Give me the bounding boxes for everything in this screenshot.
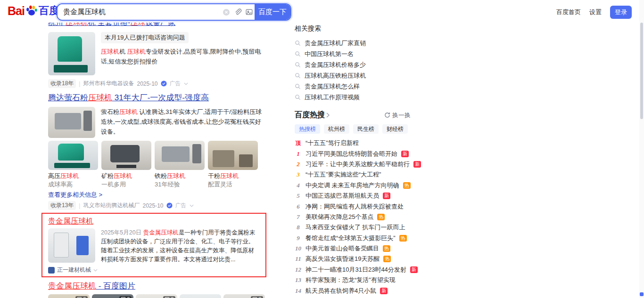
clear-icon[interactable]	[221, 7, 232, 18]
ad-callout: 本月19人已拨打电话咨询问题	[101, 32, 189, 43]
related-search-title: 相关搜索	[295, 24, 417, 33]
related-search-item[interactable]: 压球机工作原理视频	[295, 92, 417, 103]
login-button[interactable]: 登录	[610, 6, 632, 19]
hot-item-title: 科学家预测：恐龙“复活”有望实现	[305, 276, 396, 284]
hot-search-tabs: 热搜榜 杭州榜 民生榜 财经榜	[295, 124, 417, 134]
thumbnail-image[interactable]	[48, 141, 98, 170]
refresh-control[interactable]: 换一换	[384, 111, 411, 120]
hot-item[interactable]: 11 高反失温女孩昏迷19天苏醒 热	[295, 254, 417, 264]
hot-item[interactable]: 5 中国正选拔巴基斯坦航天员 新	[295, 191, 417, 201]
hot-item[interactable]: 9 餐馆走红成“全球第五大摄影巨头” 热	[295, 233, 417, 243]
thumbnail-label: 干粉压球机	[208, 172, 258, 180]
result-image[interactable]: 3	[136, 294, 177, 298]
hot-item[interactable]: 4 中央定调 未来五年房地产方向明确 热	[295, 180, 417, 191]
thumbnail-caption: 一机多用	[101, 181, 151, 188]
ad-result-image[interactable]	[48, 32, 95, 75]
result-title-highlight[interactable]: 贵金属压球机	[48, 217, 93, 226]
thumbnail-label: 铁粉压球机	[155, 172, 205, 180]
result-title-images[interactable]: 贵金属压球机 - 百度图片	[48, 281, 135, 291]
header: Bai 百度	[0, 0, 644, 23]
result-image[interactable]: 3	[48, 294, 90, 298]
search-button[interactable]: 百度一下	[255, 3, 290, 21]
hot-rank: 2	[295, 161, 302, 168]
hot-rank: 10	[295, 245, 302, 252]
top-nav: 百度首页 设置 登录	[556, 6, 632, 19]
thumbnail-image[interactable]	[101, 141, 151, 170]
thumbnail-item[interactable]: 铁粉压球机 31年经验	[155, 141, 205, 188]
thumbnail-item[interactable]: 矿粉压球机 一机多用	[101, 141, 151, 188]
related-search-item[interactable]: 中国压球机第一名	[295, 48, 417, 59]
hot-item-title: 餐馆走红成“全球第五大摄影巨头”	[305, 234, 396, 242]
tab-livelihood-list[interactable]: 民生榜	[353, 124, 379, 134]
hot-item[interactable]: 2 习近平：让中美关系这艘大船平稳前行 新	[295, 159, 417, 169]
related-search-text: 贵金属压球机厂家直销	[305, 39, 366, 48]
hot-item[interactable]: 8 马来西亚女保镖火了 扒车门一跃而上	[295, 222, 417, 233]
related-search-text: 中国压球机第一名	[305, 50, 354, 58]
hot-item[interactable]: 7 美联储再次降息25个基点 热	[295, 212, 417, 222]
scrollbar-thumb[interactable]	[640, 23, 643, 119]
hot-item[interactable]: 12 神二十一瞄准10月31日23时44分发射 新	[295, 265, 417, 275]
hot-rank: 9	[295, 234, 302, 242]
caret-down-icon[interactable]	[190, 204, 194, 207]
refresh-icon	[384, 112, 390, 118]
result-image[interactable]: 3	[223, 294, 265, 298]
result-image[interactable]	[180, 294, 221, 298]
baidu-logo[interactable]: Bai 百度	[8, 4, 59, 18]
caret-down-icon[interactable]	[93, 269, 98, 272]
hot-item[interactable]: 14 航天员将在轨饲养4只小鼠 新	[295, 285, 417, 296]
hot-item[interactable]: 13 科学家预测：恐龙“复活”有望实现	[295, 275, 417, 285]
search-icon	[295, 72, 301, 79]
tengda-result-image[interactable]	[48, 107, 95, 138]
search-input[interactable]	[58, 4, 221, 20]
hot-search-title[interactable]: 百度热搜	[295, 110, 325, 120]
ad-meta-row: 收录18年 | 郑州市科华电器设备 2025-10 广告	[48, 79, 265, 88]
nav-home-link[interactable]: 百度首页	[556, 8, 581, 16]
hot-badge: 热	[399, 235, 407, 242]
hot-rank: 3	[295, 171, 302, 178]
hot-item[interactable]: 3 “十五五”要实施这些“大工程”	[295, 169, 417, 180]
hot-item[interactable]: 1 习近平同美国总统特朗普会晤开始 新	[295, 148, 417, 159]
thumbnail-image[interactable]	[208, 141, 258, 170]
image-search-icon[interactable]	[243, 7, 255, 18]
related-search-item[interactable]: 贵金属压球机厂家直销	[295, 38, 417, 48]
logo-text-bai: Bai	[8, 4, 25, 18]
related-search-item[interactable]: 贵金属压球机怎么样	[295, 81, 417, 92]
hot-rank: 11	[295, 255, 302, 263]
nav-settings-link[interactable]: 设置	[589, 8, 602, 16]
meta-separator: |	[79, 202, 80, 209]
thumbnail-item[interactable]: 高压压球机 成球率高	[48, 141, 98, 188]
hot-rank: 8	[295, 224, 302, 231]
highlighted-result-box: 贵金属压球机 2025年5月20日 贵金属压球机是一种专门用于将贵金属粉末压制成…	[41, 213, 266, 277]
ad-date: 2025-10	[137, 81, 157, 87]
caret-down-icon[interactable]	[184, 82, 188, 85]
hot-item[interactable]: 10 中美元首釜山会晤备受瞩目 热	[295, 243, 417, 254]
tab-finance-list[interactable]: 财经榜	[382, 124, 408, 134]
highlight-result-image[interactable]	[48, 228, 95, 263]
thumbnail-caption: 配置灵活	[208, 181, 258, 188]
related-search-text: 贵金属压球机怎么样	[305, 82, 360, 91]
hot-item-title: 马来西亚女保镖火了 扒车门一跃而上	[305, 223, 405, 232]
thumbnail-image[interactable]	[155, 141, 205, 170]
sidebar: 相关搜索 贵金属压球机厂家直销 中国压球机第一名 贵金属压球机价格多少 压球机高…	[295, 24, 417, 298]
related-search-text: 压球机高压铁粉压球机	[305, 72, 366, 80]
result-image[interactable]: 3	[92, 294, 133, 298]
scrollbar[interactable]	[639, 0, 644, 298]
hot-item-title: 中美元首釜山会晤备受瞩目	[305, 244, 379, 253]
result-title-tengda[interactable]: 腾达萤石粉压球机 31年大厂-一次成型-强度高	[48, 93, 209, 103]
ad-source: 郑州市科华电器设备	[83, 80, 134, 88]
hot-item[interactable]: 15 但凡在吃药最好别吃这种水果	[295, 296, 417, 298]
tab-hangzhou-list[interactable]: 杭州榜	[324, 124, 349, 134]
hot-item[interactable]: 顶 “十五五”笃行启新程	[295, 138, 417, 148]
hot-rank: 6	[295, 203, 302, 210]
new-badge: 新	[413, 161, 421, 168]
related-search-item[interactable]: 压球机高压铁粉压球机	[295, 70, 417, 81]
hot-item[interactable]: 6 净网：网民编造有人跳桥失踪被查处	[295, 201, 417, 211]
tab-hot-list[interactable]: 热搜榜	[295, 124, 320, 134]
paperclip-icon[interactable]	[232, 7, 243, 18]
hot-rank: 13	[295, 276, 302, 284]
related-search-item[interactable]: 贵金属压球机价格多少	[295, 59, 417, 70]
more-info-link[interactable]: 查看更多相关信息 >	[48, 191, 102, 199]
related-search-text: 贵金属压球机价格多少	[305, 61, 366, 69]
image-count-badge: 3	[251, 296, 263, 298]
thumbnail-item[interactable]: 干粉压球机 配置灵活	[208, 141, 258, 188]
